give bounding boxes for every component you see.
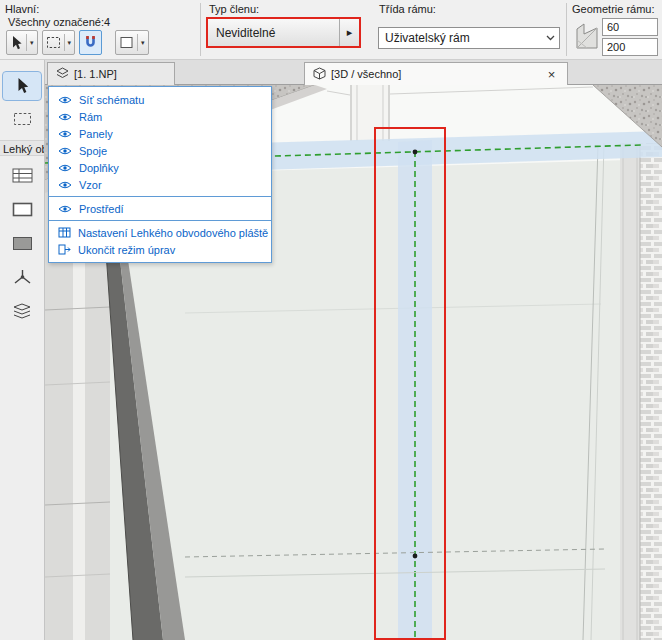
eye-icon (58, 112, 72, 122)
accessory-tool-button[interactable] (3, 298, 41, 326)
popup-item-label: Rám (79, 111, 102, 123)
story-icon (56, 67, 69, 81)
tab-3d-view[interactable]: [3D / všechno] × (304, 62, 568, 85)
divider (137, 34, 138, 51)
top-mullion (350, 85, 390, 141)
visibility-popup: Síť schématu Rám Panely Spoje Doplňky Vz… (48, 86, 272, 263)
popup-item-junctions[interactable]: Spoje (49, 142, 271, 159)
member-type-label: Typ členu: (209, 3, 259, 15)
tab-label: [1. 1.NP] (74, 68, 117, 80)
frame-width-field[interactable]: 60 (602, 18, 658, 36)
junction-axes-icon (13, 269, 32, 288)
palette-section-label: Lehký ob (0, 140, 44, 156)
main-section-label: Hlavní: (5, 3, 39, 15)
eye-icon (58, 163, 72, 173)
popup-item-environment[interactable]: Prostředí (49, 200, 271, 217)
select-tool-button[interactable] (3, 72, 41, 100)
popup-item-label: Nastavení Lehkého obvodového pláště (78, 227, 268, 239)
popup-item-cw-settings[interactable]: Nastavení Lehkého obvodového pláště (49, 224, 271, 241)
frame-class-select[interactable]: Uživatelský rám (378, 27, 560, 49)
panel-tool-icon (12, 236, 33, 253)
magnet-icon (83, 35, 98, 50)
eye-icon (58, 129, 72, 139)
popup-item-label: Vzor (79, 179, 102, 191)
frame-width-value: 60 (607, 21, 619, 33)
popup-item-accessories[interactable]: Doplňky (49, 159, 271, 176)
popup-item-label: Panely (79, 128, 113, 140)
member-type-value: Neviditelné (208, 26, 275, 40)
popup-separator (49, 196, 271, 197)
arrow-cursor-icon (15, 77, 30, 96)
popup-separator (49, 220, 271, 221)
popup-item-scheme-grid[interactable]: Síť schématu (49, 91, 271, 108)
tab-label: [3D / všechno] (331, 68, 401, 80)
marquee-icon (13, 112, 32, 128)
member-type-combo[interactable]: Neviditelné ▸ (206, 17, 361, 48)
frame-tool-button[interactable] (3, 196, 41, 224)
tab-floor-plan[interactable]: [1. 1.NP] (47, 62, 175, 85)
selection-info-label: Všechny označené:4 (8, 16, 110, 28)
frame-geometry-label: Geometrie rámu: (572, 3, 655, 15)
submenu-arrow-icon[interactable]: ▸ (339, 19, 359, 46)
chevron-down-icon[interactable]: ▾ (141, 39, 145, 46)
toolbar-separator (200, 3, 201, 56)
popup-item-label: Síť schématu (79, 94, 144, 106)
frame-geometry-icon (574, 21, 600, 53)
exit-icon (58, 244, 71, 255)
arrow-cursor-icon (10, 35, 23, 50)
popup-item-label: Ukončit režim úprav (78, 244, 175, 256)
frame-height-value: 200 (607, 41, 625, 53)
select-mode-button[interactable]: ▾ (6, 30, 38, 55)
3d-viewport[interactable]: Síť schématu Rám Panely Spoje Doplňky Vz… (45, 85, 662, 640)
popup-item-frame[interactable]: Rám (49, 108, 271, 125)
selection-shape-button[interactable]: ▾ (115, 30, 149, 55)
settings-grid-icon (58, 227, 71, 238)
frame-tool-icon (12, 202, 33, 219)
popup-item-label: Spoje (79, 145, 107, 157)
panel-tool-button[interactable] (3, 230, 41, 258)
frame-height-field[interactable]: 200 (602, 38, 658, 56)
close-icon[interactable]: × (544, 67, 559, 82)
3d-box-icon (313, 67, 326, 82)
eye-icon (58, 204, 72, 214)
layers-icon (12, 303, 32, 321)
tab-bar: [1. 1.NP] [3D / všechno] × (45, 60, 662, 85)
tool-palette: Lehký ob (0, 60, 45, 640)
scheme-grid-icon (12, 168, 33, 185)
eye-icon (58, 180, 72, 190)
magnet-toggle-button[interactable] (79, 30, 102, 55)
chevron-down-icon[interactable] (541, 35, 559, 41)
eye-icon (58, 95, 72, 105)
toolbar-separator (566, 3, 567, 56)
marquee-icon (46, 36, 61, 49)
chevron-down-icon[interactable]: ▾ (30, 39, 34, 46)
main-area: [1. 1.NP] [3D / všechno] × (45, 60, 662, 640)
marquee-mode-button[interactable]: ▾ (42, 30, 76, 55)
popup-item-label: Prostředí (79, 203, 124, 215)
frame-class-label: Třída rámu: (379, 3, 436, 15)
junction-tool-button[interactable] (3, 264, 41, 292)
marquee-tool-button[interactable] (3, 106, 41, 134)
square-outline-icon (119, 36, 134, 49)
eye-icon (58, 146, 72, 156)
top-toolbar: Hlavní: Všechny označené:4 ▾ ▾ (0, 0, 662, 60)
popup-item-label: Doplňky (79, 162, 119, 174)
divider (64, 34, 65, 51)
popup-item-pattern[interactable]: Vzor (49, 176, 271, 193)
divider (26, 34, 27, 51)
scheme-tool-button[interactable] (3, 162, 41, 190)
frame-class-value: Uživatelský rám (379, 31, 470, 45)
popup-item-panels[interactable]: Panely (49, 125, 271, 142)
popup-item-exit-edit-mode[interactable]: Ukončit režim úprav (49, 241, 271, 258)
chevron-down-icon[interactable]: ▾ (68, 39, 72, 46)
